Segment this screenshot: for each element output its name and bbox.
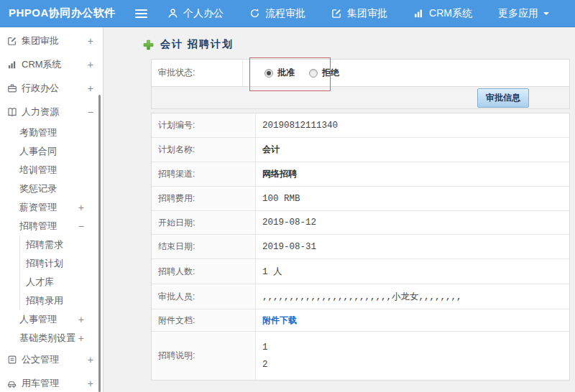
expand-plus-icon[interactable]: + bbox=[88, 355, 93, 365]
expand-plus-icon[interactable]: + bbox=[78, 202, 84, 213]
nav-item-process-approval[interactable]: 流程审批 bbox=[249, 7, 305, 20]
briefcase-icon bbox=[7, 83, 17, 93]
sidebar-item-label: 招聘录用 bbox=[26, 294, 63, 307]
radio-button-reject-icon[interactable] bbox=[309, 69, 318, 78]
sidebar-item-basic-category-settings[interactable]: 基础类别设置+ bbox=[0, 329, 103, 347]
field-label-plan-name: 计划名称: bbox=[152, 138, 256, 162]
expand-plus-icon[interactable]: + bbox=[88, 36, 93, 46]
radio-reject[interactable]: 拒绝 bbox=[309, 67, 339, 79]
radio-reject-label: 拒绝 bbox=[322, 67, 339, 79]
page-title: 会计 招聘计划 bbox=[160, 38, 234, 51]
sidebar-item-recruitment-demand[interactable]: 招聘需求 bbox=[19, 235, 103, 254]
collapse-minus-icon[interactable]: − bbox=[78, 221, 84, 231]
expand-plus-icon[interactable]: + bbox=[78, 314, 84, 325]
nav-item-personal-office[interactable]: 个人办公 bbox=[167, 7, 224, 20]
field-value-recruit-description: 12 bbox=[256, 332, 569, 380]
field-label-recruit-count: 招聘人数: bbox=[152, 259, 256, 284]
field-value-recruit-channel: 网络招聘 bbox=[256, 162, 569, 186]
doc-icon bbox=[7, 355, 17, 365]
sidebar-item-vehicle-mgmt[interactable]: 用车管理+ bbox=[0, 371, 103, 392]
sidebar-item-recruitment-plan[interactable]: 招聘计划 bbox=[19, 254, 103, 273]
field-row-recruit-cost: 招聘费用:100 RMB bbox=[152, 186, 569, 210]
sidebar-item-label: 公文管理 bbox=[22, 353, 59, 366]
car-icon bbox=[7, 378, 17, 388]
collapse-minus-icon[interactable]: − bbox=[88, 107, 93, 117]
sidebar-item-label: 奖惩记录 bbox=[19, 182, 57, 195]
process-icon bbox=[249, 8, 260, 19]
expand-plus-icon[interactable]: + bbox=[88, 378, 93, 388]
field-value-plan-number: 20190812111340 bbox=[256, 113, 569, 137]
nav-item-more-apps[interactable]: 更多应用 bbox=[498, 7, 549, 20]
nav-item-label: 更多应用 bbox=[498, 7, 538, 20]
sidebar-item-recruitment-mgmt[interactable]: 招聘管理− bbox=[0, 217, 103, 235]
approval-panel: 审批状态: 批准 拒绝 审批信息 bbox=[151, 59, 570, 109]
add-icon[interactable] bbox=[143, 39, 154, 50]
sidebar-item-attendance-mgmt[interactable]: 考勤管理 bbox=[0, 123, 103, 142]
sidebar-item-human-resources[interactable]: 人力资源− bbox=[0, 100, 103, 123]
bar-chart-icon bbox=[413, 8, 424, 19]
expand-plus-icon[interactable]: + bbox=[88, 60, 93, 70]
field-row-plan-number: 计划编号:20190812111340 bbox=[152, 113, 569, 137]
sidebar-item-label: 人力资源 bbox=[22, 106, 59, 118]
sidebar-item-group-approval[interactable]: 集团审批+ bbox=[0, 29, 103, 52]
attachment-download-link[interactable]: 附件下载 bbox=[262, 314, 297, 327]
field-value-recruit-cost: 100 RMB bbox=[256, 187, 569, 210]
sidebar-item-label: 基础类别设置 bbox=[19, 332, 75, 345]
sidebar-item-label: 用车管理 bbox=[22, 377, 59, 390]
sidebar-item-label: CRM系统 bbox=[22, 58, 62, 71]
radio-approve[interactable]: 批准 bbox=[264, 67, 295, 79]
app-logo[interactable]: PHPOA协同办公软件 bbox=[0, 6, 128, 20]
sidebar-item-admin-office[interactable]: 行政办公+ bbox=[0, 76, 103, 100]
sidebar-item-label: 培训管理 bbox=[19, 164, 57, 177]
field-value-start-date: 2019-08-12 bbox=[256, 211, 569, 234]
expand-plus-icon[interactable]: + bbox=[88, 83, 93, 93]
radio-approve-label: 批准 bbox=[277, 67, 295, 79]
field-label-approvers: 审批人员: bbox=[152, 284, 256, 309]
sidebar-item-talent-pool[interactable]: 人才库 bbox=[19, 273, 103, 291]
approval-status-label: 审批状态: bbox=[152, 60, 243, 86]
nav-item-group-approval[interactable]: 集团审批 bbox=[331, 7, 387, 20]
field-row-approvers: 审批人员:,,,,,,,,,,,,,,,,,,,,,,,,小龙女,,,,,,,, bbox=[152, 284, 569, 309]
sidebar-item-document-mgmt[interactable]: 公文管理+ bbox=[0, 347, 103, 371]
nav-item-label: 个人办公 bbox=[183, 7, 224, 20]
sidebar-item-label: 人事管理 bbox=[19, 313, 57, 326]
sidebar-item-personnel-contract[interactable]: 人事合同 bbox=[0, 142, 103, 161]
field-value-plan-name: 会计 bbox=[256, 138, 569, 162]
bar-chart-icon bbox=[7, 60, 17, 70]
field-label-start-date: 开始日期: bbox=[152, 211, 256, 234]
sidebar-item-crm-system[interactable]: CRM系统+ bbox=[0, 52, 103, 76]
sidebar-item-label: 人事合同 bbox=[19, 145, 57, 158]
nav-item-label: 集团审批 bbox=[347, 7, 387, 20]
field-row-end-date: 结束日期:2019-08-31 bbox=[152, 234, 569, 258]
radio-button-approve-icon[interactable] bbox=[264, 69, 273, 78]
description-line: 2 bbox=[262, 360, 268, 370]
nav-item-crm-system[interactable]: CRM系统 bbox=[413, 7, 472, 20]
approval-info-button[interactable]: 审批信息 bbox=[477, 88, 529, 108]
top-nav: 个人办公流程审批集团审批CRM系统更多应用 bbox=[167, 7, 575, 20]
sidebar-item-recruitment-hire[interactable]: 招聘录用 bbox=[19, 291, 103, 310]
field-row-attachment: 附件文档:附件下载 bbox=[152, 309, 569, 331]
sidebar-item-reward-punishment[interactable]: 奖惩记录 bbox=[0, 179, 103, 198]
field-label-attachment: 附件文档: bbox=[152, 309, 256, 331]
hamburger-menu-icon[interactable] bbox=[135, 7, 148, 20]
description-line: 1 bbox=[262, 342, 268, 353]
sidebar-item-salary-mgmt[interactable]: 薪资管理+ bbox=[0, 198, 103, 217]
user-icon bbox=[167, 8, 178, 19]
sidebar-item-personnel-mgmt[interactable]: 人事管理+ bbox=[0, 310, 103, 329]
approval-status-row: 审批状态: 批准 拒绝 bbox=[152, 60, 569, 86]
field-row-recruit-description: 招聘说明:12 bbox=[152, 331, 569, 380]
field-row-recruit-channel: 招聘渠道:网络招聘 bbox=[152, 162, 569, 186]
chevron-down-icon bbox=[543, 12, 549, 18]
field-value-end-date: 2019-08-31 bbox=[256, 235, 569, 258]
expand-plus-icon[interactable]: + bbox=[78, 333, 84, 343]
edit-square-icon bbox=[7, 36, 17, 46]
field-label-recruit-cost: 招聘费用: bbox=[152, 187, 256, 210]
sidebar-menu: 集团审批+CRM系统+行政办公+人力资源−考勤管理人事合同培训管理奖惩记录薪资管… bbox=[0, 27, 103, 392]
sidebar-scrollbar[interactable] bbox=[98, 95, 101, 392]
main-content: 会计 招聘计划 审批状态: 批准 拒绝 审批信息 bbox=[104, 27, 575, 392]
edit-square-icon bbox=[331, 8, 342, 19]
sidebar-item-training-mgmt[interactable]: 培训管理 bbox=[0, 161, 103, 179]
field-label-recruit-description: 招聘说明: bbox=[152, 332, 256, 380]
approval-status-options: 批准 拒绝 bbox=[243, 60, 569, 86]
sidebar: 集团审批+CRM系统+行政办公+人力资源−考勤管理人事合同培训管理奖惩记录薪资管… bbox=[0, 27, 104, 392]
